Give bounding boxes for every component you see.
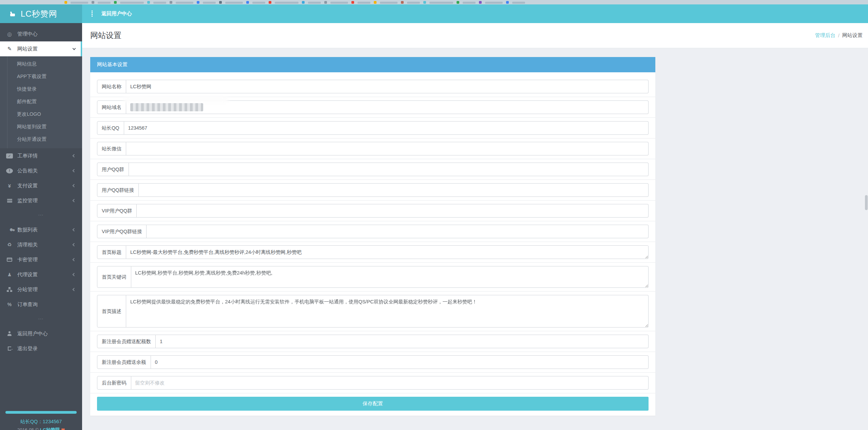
bookmark-favicon[interactable] xyxy=(423,1,426,4)
bookmark-favicon[interactable] xyxy=(197,1,199,4)
row-divider xyxy=(90,117,655,118)
form-row-home-keywords: 首页关键词 xyxy=(97,266,649,288)
sitemap-icon xyxy=(7,287,12,292)
bookmark-favicon[interactable] xyxy=(506,1,509,4)
site-name-input[interactable] xyxy=(126,80,649,93)
bookmark-label[interactable] xyxy=(225,2,243,4)
bookmark-label[interactable] xyxy=(203,2,216,4)
site-settings-submenu: 网站信息 APP下载设置 快捷登录 邮件配置 更改LOGO 网站签到设置 分站开… xyxy=(0,56,82,148)
bookmark-favicon[interactable] xyxy=(457,1,459,4)
back-to-user-center-link[interactable]: 返回用户中心 xyxy=(101,11,132,17)
bookmark-label[interactable] xyxy=(485,2,503,4)
bookmark-favicon[interactable] xyxy=(351,1,354,4)
webmaster-wechat-input[interactable] xyxy=(126,142,649,155)
webmaster-qq: 站长QQ：1234567 xyxy=(0,418,82,425)
form-row-vip-qq-group: VIP用户QQ群 xyxy=(97,204,649,218)
vip-qq-group-link-input[interactable] xyxy=(147,225,649,238)
bookmark-favicon[interactable] xyxy=(92,1,94,4)
sidebar-item-card-keys[interactable]: 卡密管理 xyxy=(0,252,82,267)
bookmark-label[interactable] xyxy=(275,2,298,4)
bookmark-favicon[interactable] xyxy=(479,1,482,4)
bookmark-favicon[interactable] xyxy=(219,1,222,4)
topbar: 返回用户中心 xyxy=(82,4,868,23)
vip-qq-group-input[interactable] xyxy=(137,204,649,218)
home-description-textarea[interactable] xyxy=(126,295,649,328)
sidebar-item-logout[interactable]: 退出登录 xyxy=(0,341,82,356)
sidebar-item-monitor-management[interactable]: 监控管理 xyxy=(0,193,82,208)
chevron-down-icon xyxy=(73,47,76,50)
form-row-webmaster-qq: 站长QQ xyxy=(97,121,649,135)
bookmark-label[interactable] xyxy=(429,2,453,4)
sidebar-toggle-icon[interactable] xyxy=(92,11,93,17)
bookmark-favicon[interactable] xyxy=(246,1,249,4)
bookmark-favicon[interactable] xyxy=(114,1,117,4)
bookmark-favicon[interactable] xyxy=(147,1,150,4)
admin-new-password-input[interactable] xyxy=(131,376,649,390)
new-member-balance-input[interactable] xyxy=(151,355,649,369)
bookmark-label[interactable] xyxy=(463,2,476,4)
agent-icon xyxy=(6,272,13,277)
row-divider xyxy=(90,262,655,263)
breadcrumb-admin-link[interactable]: 管理后台 xyxy=(815,32,835,39)
site-domain-input[interactable] xyxy=(126,100,649,114)
sidebar-item-substation-management[interactable]: 分站管理 xyxy=(0,282,82,297)
new-member-quota-input[interactable] xyxy=(156,335,649,348)
row-divider xyxy=(90,393,655,393)
bookmark-label[interactable] xyxy=(407,2,420,4)
sidebar-item-payment-settings[interactable]: 支付设置 xyxy=(0,178,82,193)
bookmark-favicon[interactable] xyxy=(269,1,271,4)
user-qq-group-input[interactable] xyxy=(129,163,649,176)
user-qq-group-link-input[interactable] xyxy=(139,183,649,197)
bookmark-label[interactable] xyxy=(330,2,348,4)
chevron-left-icon xyxy=(73,258,76,261)
sidebar-item-site-settings[interactable]: 网站设置 xyxy=(0,41,82,56)
bookmark-favicon[interactable] xyxy=(64,1,67,4)
sidebar-item-cleanup[interactable]: 清理相关 xyxy=(0,237,82,252)
form-row-admin-new-password: 后台新密码 xyxy=(97,376,649,390)
bookmark-label[interactable] xyxy=(308,2,321,4)
bookmark-label[interactable] xyxy=(153,2,166,4)
bookmark-label[interactable] xyxy=(176,2,193,4)
bookmark-favicon[interactable] xyxy=(374,1,377,4)
bookmark-label[interactable] xyxy=(252,2,265,4)
bookmark-favicon[interactable] xyxy=(401,1,404,4)
bookmark-favicon[interactable] xyxy=(324,1,327,4)
save-config-button[interactable]: 保存配置 xyxy=(97,397,649,411)
bookmark-favicon[interactable] xyxy=(170,1,172,4)
sidebar-item-work-orders[interactable]: 工单详情 xyxy=(0,148,82,163)
submenu-item-substation-open[interactable]: 分站开通设置 xyxy=(0,133,82,146)
row-divider xyxy=(90,200,655,201)
sidebar-item-announcements[interactable]: 公告相关 xyxy=(0,163,82,178)
bookmark-label[interactable] xyxy=(71,2,88,4)
submenu-item-quick-login[interactable]: 快捷登录 xyxy=(0,83,82,95)
submenu-item-signin-settings[interactable]: 网站签到设置 xyxy=(0,120,82,133)
submenu-item-mail-config[interactable]: 邮件配置 xyxy=(0,95,82,108)
bookmark-label[interactable] xyxy=(380,2,398,4)
sidebar-item-data-list[interactable]: 数据列表 xyxy=(0,222,82,237)
home-title-textarea[interactable] xyxy=(126,245,649,259)
main-area: 返回用户中心 网站设置 管理后台 / 网站设置 网站基本设置 网站名称 xyxy=(82,4,868,430)
vertical-scrollbar-thumb[interactable] xyxy=(865,195,868,210)
bookmark-label[interactable] xyxy=(120,2,144,4)
sidebar-item-agent-settings[interactable]: 代理设置 xyxy=(0,267,82,282)
submenu-item-app-download[interactable]: APP下载设置 xyxy=(0,70,82,83)
user-icon xyxy=(7,331,12,336)
row-divider xyxy=(90,180,655,180)
content-area: 网站基本设置 网站名称 网站域名 xyxy=(82,48,868,430)
form-row-webmaster-wechat: 站长微信 xyxy=(97,142,649,155)
sidebar-item-back-to-user-center[interactable]: 返回用户中心 xyxy=(0,326,82,341)
webmaster-qq-input[interactable] xyxy=(124,121,649,135)
home-keywords-textarea[interactable] xyxy=(131,266,649,288)
sidebar-item-admin-center[interactable]: 管理中心 xyxy=(0,26,82,41)
title-band: 网站设置 管理后台 / 网站设置 xyxy=(82,23,868,48)
bookmark-favicon[interactable] xyxy=(302,1,305,4)
bookmark-label[interactable] xyxy=(358,2,370,4)
form-row-home-title: 首页标题 xyxy=(97,245,649,259)
browser-bookmarks-bar[interactable] xyxy=(0,0,868,4)
bookmark-label[interactable] xyxy=(98,2,111,4)
brand-header[interactable]: LC秒赞网 xyxy=(0,4,82,23)
submenu-item-site-info[interactable]: 网站信息 xyxy=(0,58,82,70)
sidebar-item-order-query[interactable]: 订单查询 xyxy=(0,297,82,312)
submenu-item-change-logo[interactable]: 更改LOGO xyxy=(0,108,82,120)
bookmark-label[interactable] xyxy=(512,2,525,4)
